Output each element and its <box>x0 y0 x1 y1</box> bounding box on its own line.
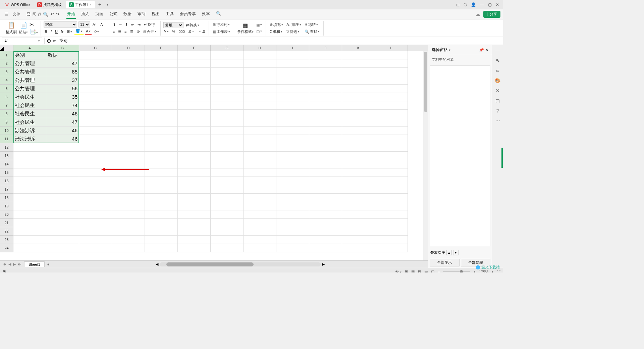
cell[interactable] <box>145 160 178 168</box>
cell[interactable] <box>211 194 244 202</box>
cell[interactable] <box>178 143 211 152</box>
row-header[interactable]: 14 <box>0 160 13 168</box>
undo-icon[interactable]: ↶ <box>50 12 54 17</box>
cell[interactable] <box>211 93 244 101</box>
cell[interactable] <box>112 59 145 68</box>
cell[interactable] <box>79 76 112 85</box>
cell[interactable] <box>309 101 342 110</box>
cell[interactable] <box>375 85 408 93</box>
col-header[interactable]: J <box>309 45 342 51</box>
cell[interactable] <box>375 118 408 127</box>
cell[interactable] <box>309 152 342 160</box>
cell[interactable]: 涉法涉诉 <box>13 135 46 143</box>
cell[interactable] <box>244 135 276 143</box>
cell[interactable] <box>211 127 244 135</box>
cell[interactable] <box>46 160 79 168</box>
cell[interactable] <box>211 177 244 185</box>
cell[interactable]: 46 <box>46 135 79 143</box>
cell[interactable] <box>112 68 145 76</box>
col-header[interactable]: L <box>375 45 408 51</box>
cell[interactable] <box>145 227 178 236</box>
row-header[interactable]: 6 <box>0 93 13 101</box>
cell[interactable] <box>112 210 145 219</box>
cell[interactable] <box>112 143 145 152</box>
sort-button[interactable]: A↓ 排序▾ <box>285 21 302 28</box>
cell[interactable] <box>178 101 211 110</box>
bold-button[interactable]: B <box>44 29 48 34</box>
row-header[interactable]: 22 <box>0 227 13 236</box>
view2-icon[interactable]: ⊟ <box>418 269 421 272</box>
italic-button[interactable]: I <box>50 29 53 34</box>
close-button[interactable]: ✕ <box>496 2 499 7</box>
cell[interactable] <box>375 101 408 110</box>
row-header[interactable]: 7 <box>0 101 13 110</box>
cell[interactable] <box>342 177 375 185</box>
cell[interactable] <box>342 68 375 76</box>
cell[interactable] <box>211 85 244 93</box>
cell[interactable] <box>342 135 375 143</box>
cell[interactable] <box>375 51 408 59</box>
cell[interactable] <box>309 185 342 194</box>
cell[interactable] <box>342 185 375 194</box>
cell[interactable] <box>309 202 342 210</box>
format-painter-button[interactable]: 格式刷 <box>6 30 17 35</box>
cell[interactable] <box>375 110 408 118</box>
tab-review[interactable]: 审阅 <box>137 10 146 19</box>
eye-icon[interactable]: 👁 ▾ <box>395 270 401 273</box>
cell[interactable] <box>211 152 244 160</box>
cell[interactable] <box>244 152 276 160</box>
collapse-icon[interactable]: — <box>495 48 500 53</box>
cell[interactable] <box>276 110 309 118</box>
col-header[interactable]: B <box>46 45 79 51</box>
cell[interactable] <box>375 59 408 68</box>
cell[interactable] <box>46 194 79 202</box>
cell[interactable] <box>13 244 46 252</box>
cell[interactable] <box>276 210 309 219</box>
fill-button[interactable]: ⊕ 填充▾ <box>269 21 284 28</box>
row-header[interactable]: 17 <box>0 185 13 194</box>
align-center-icon[interactable]: ≣ <box>117 29 122 35</box>
cell[interactable] <box>375 93 408 101</box>
cell[interactable]: 47 <box>46 118 79 127</box>
cell[interactable] <box>276 185 309 194</box>
tab-view[interactable]: 视图 <box>151 10 160 19</box>
cell[interactable] <box>309 236 342 244</box>
cell[interactable] <box>309 85 342 93</box>
cell[interactable] <box>244 244 276 252</box>
cell[interactable] <box>342 118 375 127</box>
cell[interactable] <box>309 177 342 185</box>
cell[interactable] <box>309 51 342 59</box>
row-header[interactable]: 8 <box>0 110 13 118</box>
cell[interactable] <box>244 219 276 227</box>
cell[interactable] <box>276 202 309 210</box>
cell[interactable] <box>211 210 244 219</box>
cell[interactable] <box>211 227 244 236</box>
col-header[interactable]: I <box>276 45 309 51</box>
cell[interactable] <box>375 185 408 194</box>
cell[interactable] <box>309 244 342 252</box>
cell[interactable] <box>112 160 145 168</box>
cell[interactable] <box>13 177 46 185</box>
tab-template[interactable]: D 找稻壳模板 <box>34 1 65 8</box>
cell[interactable] <box>46 152 79 160</box>
row-header[interactable]: 5 <box>0 85 13 93</box>
cell[interactable] <box>13 160 46 168</box>
row-header[interactable]: 18 <box>0 194 13 202</box>
row-header[interactable]: 9 <box>0 118 13 127</box>
cell[interactable] <box>46 244 79 252</box>
number-format-select[interactable]: 常规 <box>163 22 183 28</box>
add-sheet-button[interactable]: + <box>45 262 52 266</box>
cell[interactable] <box>79 59 112 68</box>
align-middle-icon[interactable]: ═ <box>118 22 123 27</box>
cell[interactable] <box>145 244 178 252</box>
cell[interactable] <box>276 143 309 152</box>
sheet-prev-icon[interactable]: ◀ <box>8 262 11 266</box>
preview-icon[interactable]: 🔍 <box>43 12 48 17</box>
more-icon[interactable]: ⋯ <box>495 118 500 123</box>
cell[interactable]: 数据 <box>46 51 79 59</box>
decrease-font-icon[interactable]: A⁻ <box>99 22 106 28</box>
cell[interactable] <box>46 210 79 219</box>
cell[interactable] <box>145 93 178 101</box>
cell[interactable] <box>79 202 112 210</box>
view3-icon[interactable]: ▭ <box>424 269 428 272</box>
